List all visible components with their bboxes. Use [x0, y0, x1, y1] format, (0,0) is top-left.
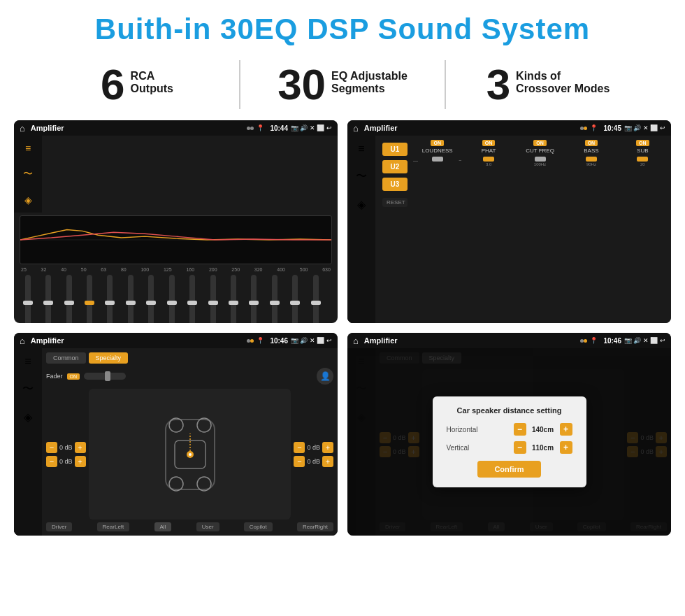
xover-channels: ON LOUDNESS —~ ON PHAT G3.0 ON CUT FREQ	[413, 140, 667, 319]
xover-phat-label: PHAT	[482, 148, 496, 154]
fader-sidebar-icon1[interactable]: ≡	[24, 355, 31, 368]
fader-right-vol2-minus[interactable]: −	[294, 456, 305, 467]
xover-sidebar-icon1[interactable]: ≡	[358, 143, 364, 155]
dialog-horizontal-value: 140cm	[529, 426, 557, 434]
xover-cutfreq-on[interactable]: ON	[533, 140, 547, 146]
dist-status-bar: ⌂ Amplifier 📍 10:46 📷 🔊 ✕ ⬜ ↩	[347, 333, 671, 348]
xover-sidebar-icon3[interactable]: ◈	[357, 198, 366, 211]
fader-user-btn[interactable]: User	[196, 522, 219, 531]
home-icon[interactable]: ⌂	[20, 123, 25, 134]
fader-right-vol1-plus[interactable]: +	[322, 442, 333, 453]
eq-app-title: Amplifier	[31, 124, 247, 132]
eq-sidebar-icon2[interactable]: 〜	[23, 168, 33, 180]
xover-home-icon[interactable]: ⌂	[353, 123, 359, 134]
fader-rearleft-btn[interactable]: RearLeft	[97, 522, 130, 531]
stat-rca: 6 RCA Outputs	[42, 63, 232, 106]
fader-left-vol2-plus[interactable]: +	[75, 456, 86, 467]
xover-sub-on[interactable]: ON	[636, 140, 649, 146]
eq-slider-0: 0	[20, 275, 36, 323]
eq-slider-12: -1	[266, 275, 282, 323]
xover-body: ≡ 〜 ◈ U1 U2 U3 RESET ON LOUDNESS —~	[347, 136, 671, 323]
eq-sidebar-icon1[interactable]: ≡	[25, 143, 31, 154]
fader-screen: ⌂ Amplifier 📍 10:46 📷 🔊 ✕ ⬜ ↩ ≡ 〜 ◈ Comm…	[14, 333, 338, 536]
eq-slider-9: 0	[205, 275, 221, 323]
fader-tab-specialty[interactable]: Specialty	[89, 352, 129, 364]
xover-u1-btn[interactable]: U1	[382, 143, 408, 156]
eq-slider-10: 0	[225, 275, 241, 323]
eq-graph	[20, 215, 332, 264]
eq-body: ≡ 〜 ◈ 2532405063 80100125160200 25032040…	[14, 136, 338, 323]
dialog-horizontal-plus[interactable]: +	[560, 423, 572, 436]
stat-eq-line1: EQ Adjustable	[331, 70, 408, 83]
xover-u3-btn[interactable]: U3	[382, 178, 408, 191]
fader-rearright-btn[interactable]: RearRight	[297, 522, 333, 531]
fader-on-badge[interactable]: ON	[67, 373, 80, 380]
dist-home-icon[interactable]: ⌂	[353, 336, 359, 346]
fader-body: ≡ 〜 ◈ Common Specialty Fader ON 👤	[14, 348, 338, 536]
xover-sidebar: ≡ 〜 ◈	[347, 136, 375, 323]
dialog-horizontal-minus[interactable]: −	[514, 423, 526, 436]
xover-ch-phat: ON PHAT G3.0	[464, 140, 512, 166]
dist-dot2	[584, 339, 587, 343]
fader-left-vols: − 0 dB + − 0 dB +	[46, 389, 86, 520]
screenshots-grid: ⌂ Amplifier 📍 10:44 📷 🔊 ✕ ⬜ ↩ ≡ 〜 ◈	[0, 120, 685, 543]
xover-loudness-on[interactable]: ON	[431, 140, 444, 146]
fader-driver-btn[interactable]: Driver	[46, 522, 72, 531]
page-title: Buith-in 30EQ DSP Sound System	[14, 13, 671, 46]
eq-slider-4: 0	[102, 275, 118, 323]
xover-location-icon: 📍	[590, 124, 598, 131]
stat-rca-line2: Outputs	[131, 83, 173, 95]
xover-bass-label: BASS	[584, 148, 598, 154]
dialog-vertical-value: 110cm	[529, 444, 557, 452]
fader-tab-common[interactable]: Common	[46, 352, 86, 364]
xover-app-title: Amplifier	[364, 124, 581, 132]
fader-right-vol1-minus[interactable]: −	[294, 442, 305, 453]
fader-left-vol1-minus[interactable]: −	[46, 442, 57, 453]
fader-all-btn[interactable]: All	[154, 522, 172, 531]
eq-slider-7: 0	[164, 275, 180, 323]
eq-sliders-area: 0 0 0 5 0	[20, 275, 332, 323]
xover-sidebar-icon2[interactable]: 〜	[356, 169, 367, 184]
fader-right-vol2-plus[interactable]: +	[322, 456, 333, 467]
fader-sidebar-icon3[interactable]: ◈	[24, 410, 32, 424]
xover-ch-bass: ON BASS 3.090Hz	[567, 140, 615, 166]
fader-label-row: Fader ON 👤	[46, 368, 333, 385]
dialog-confirm-button[interactable]: Confirm	[477, 461, 540, 478]
xover-bass-on[interactable]: ON	[585, 140, 598, 146]
fader-left-vol2-minus[interactable]: −	[46, 456, 57, 467]
fader-copilot-btn[interactable]: Copilot	[244, 522, 273, 531]
fader-dot2	[250, 339, 254, 343]
dist-status-icons: 📷 🔊 ✕ ⬜ ↩	[624, 337, 665, 344]
xover-u2-btn[interactable]: U2	[382, 160, 408, 173]
stat-divider-2	[445, 60, 446, 109]
eq-sidebar-icon3[interactable]: ◈	[24, 194, 32, 206]
eq-slider-3: 5	[81, 275, 97, 323]
fader-right-vols: − 0 dB + − 0 dB +	[294, 389, 333, 520]
eq-sidebar: ≡ 〜 ◈	[14, 136, 42, 213]
fader-person-icon[interactable]: 👤	[317, 368, 333, 385]
eq-status-icons: 📷 🔊 ✕ ⬜ ↩	[291, 124, 332, 131]
fader-tabs: Common Specialty	[46, 352, 333, 364]
stat-eq: 30 EQ Adjustable Segments	[247, 63, 438, 106]
fader-center-area: − 0 dB + − 0 dB +	[46, 389, 333, 520]
dialog-overlay: Car speaker distance setting Horizontal …	[347, 348, 671, 536]
fader-sidebar-icon2[interactable]: 〜	[22, 382, 34, 396]
fader-home-icon[interactable]: ⌂	[20, 336, 25, 346]
xover-ch-cutfreq: ON CUT FREQ F G100Hz	[516, 140, 564, 166]
eq-status-bar: ⌂ Amplifier 📍 10:44 📷 🔊 ✕ ⬜ ↩	[14, 120, 338, 136]
xover-u-buttons: U1 U2 U3 RESET	[380, 140, 410, 319]
dialog-horizontal-row: Horizontal − 140cm +	[447, 423, 572, 436]
dialog-title: Car speaker distance setting	[447, 406, 572, 415]
distance-dialog: Car speaker distance setting Horizontal …	[433, 396, 586, 487]
xover-reset-btn[interactable]: RESET	[382, 198, 408, 207]
stat-crossover-line2: Crossover Modes	[516, 83, 610, 95]
dialog-vertical-minus[interactable]: −	[514, 441, 526, 454]
xover-phat-on[interactable]: ON	[482, 140, 496, 146]
dialog-vertical-plus[interactable]: +	[560, 441, 572, 454]
fader-sidebar: ≡ 〜 ◈	[14, 348, 42, 536]
xover-loudness-label: LOUDNESS	[422, 148, 453, 154]
fader-left-vol1-plus[interactable]: +	[75, 442, 86, 453]
stat-eq-line2: Segments	[331, 83, 408, 95]
svg-point-8	[189, 453, 192, 456]
xover-ch-sub: ON SUB G20	[619, 140, 667, 166]
